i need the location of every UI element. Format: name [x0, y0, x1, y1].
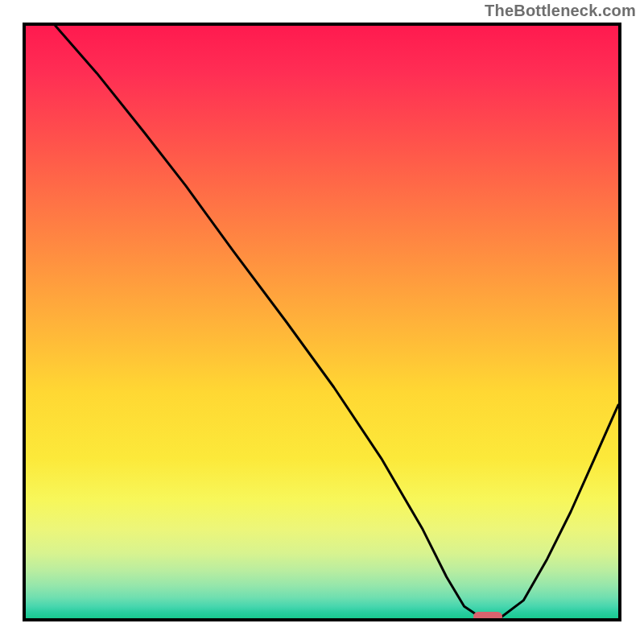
plot-area: [23, 23, 621, 621]
optimal-point-marker: [473, 612, 503, 621]
watermark-text: TheBottleneck.com: [485, 2, 636, 20]
bottleneck-curve: [26, 26, 618, 618]
chart-container: TheBottleneck.com: [0, 0, 644, 644]
